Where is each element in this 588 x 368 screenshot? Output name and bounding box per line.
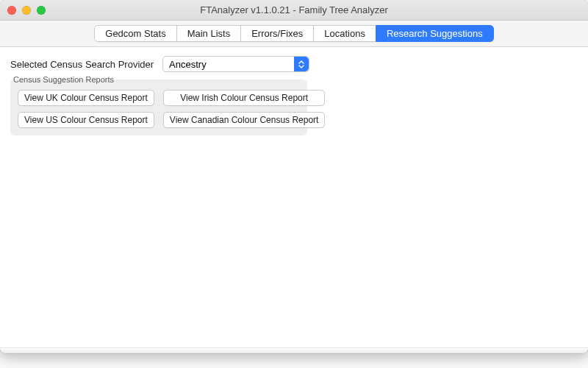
minimize-icon[interactable] [22, 6, 31, 15]
titlebar: FTAnalyzer v1.1.0.21 - Family Tree Analy… [0, 0, 588, 21]
app-window: FTAnalyzer v1.1.0.21 - Family Tree Analy… [0, 0, 588, 353]
tab-gedcom-stats[interactable]: Gedcom Stats [94, 25, 176, 42]
tab-segmented-control: Gedcom Stats Main Lists Errors/Fixes Loc… [94, 25, 493, 42]
tab-locations[interactable]: Locations [313, 25, 376, 42]
tab-content: Selected Census Search Provider Ancestry… [0, 47, 588, 347]
zoom-icon[interactable] [37, 6, 46, 15]
window-footer [0, 347, 588, 353]
tab-bar: Gedcom Stats Main Lists Errors/Fixes Loc… [0, 21, 588, 47]
view-us-census-button[interactable]: View US Colour Census Report [18, 112, 154, 128]
window-controls [7, 6, 46, 15]
search-provider-value: Ancestry [169, 59, 207, 70]
view-irish-census-button[interactable]: View Irish Colour Census Report [163, 90, 326, 106]
window-title: FTAnalyzer v1.1.0.21 - Family Tree Analy… [0, 4, 588, 15]
search-provider-row: Selected Census Search Provider Ancestry [10, 56, 578, 72]
census-report-buttons: View UK Colour Census Report View Irish … [18, 90, 300, 128]
close-icon[interactable] [7, 6, 16, 15]
chevron-up-down-icon [294, 57, 309, 71]
search-provider-label: Selected Census Search Provider [10, 59, 154, 70]
view-canadian-census-button[interactable]: View Canadian Colour Census Report [163, 112, 326, 128]
tab-errors-fixes[interactable]: Errors/Fixes [240, 25, 313, 42]
census-reports-group: Census Suggestion Reports View UK Colour… [10, 79, 307, 135]
tab-research-suggestions[interactable]: Research Suggestions [376, 25, 494, 42]
group-title: Census Suggestion Reports [12, 75, 115, 84]
tab-main-lists[interactable]: Main Lists [176, 25, 241, 42]
search-provider-select[interactable]: Ancestry [162, 56, 309, 72]
view-uk-census-button[interactable]: View UK Colour Census Report [18, 90, 154, 106]
